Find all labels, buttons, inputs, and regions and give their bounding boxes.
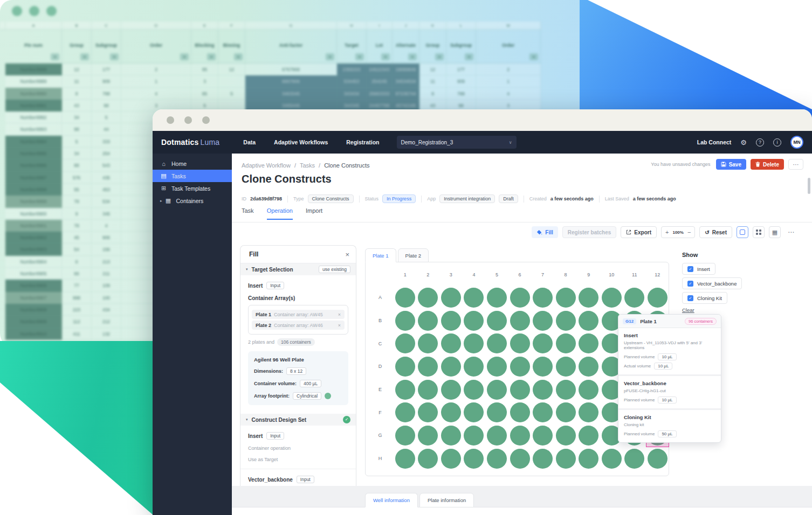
- plate-well[interactable]: [464, 333, 484, 353]
- plate-well[interactable]: [533, 333, 553, 353]
- plate-well[interactable]: [395, 426, 415, 446]
- grid-view-toggle[interactable]: [753, 226, 765, 238]
- plate-well[interactable]: [487, 426, 507, 446]
- plate-well[interactable]: [510, 426, 530, 446]
- fill-button[interactable]: Fill: [532, 226, 558, 238]
- help-icon[interactable]: ?: [756, 138, 764, 147]
- project-select[interactable]: Demo_Registration_3 ∨: [397, 136, 517, 149]
- sidebar-item-containers[interactable]: ▸ ▦ Containers: [153, 194, 232, 207]
- plate-well[interactable]: [533, 426, 553, 446]
- plate-well[interactable]: [510, 357, 530, 377]
- plate-well[interactable]: [602, 288, 622, 308]
- caret-right-icon[interactable]: ▸: [160, 199, 162, 203]
- use-existing-button[interactable]: use existing: [319, 266, 350, 273]
- plate-well[interactable]: [441, 402, 461, 422]
- plate-well[interactable]: [579, 402, 598, 422]
- tab-well-information[interactable]: Well information: [365, 493, 418, 507]
- plate-well[interactable]: [624, 449, 644, 469]
- plate-well[interactable]: [556, 311, 576, 331]
- breadcrumb-item[interactable]: Adaptive Workflow: [242, 162, 291, 169]
- plate-well[interactable]: [579, 357, 598, 377]
- plate-well[interactable]: [464, 402, 484, 422]
- remove-icon[interactable]: ×: [338, 312, 341, 317]
- table-view-toggle[interactable]: ▦: [769, 226, 781, 238]
- plate-well[interactable]: [510, 333, 530, 353]
- plate-well[interactable]: [395, 449, 415, 469]
- plate-well[interactable]: [510, 311, 530, 331]
- plate-well[interactable]: [533, 449, 553, 469]
- gear-icon[interactable]: ⚙: [740, 138, 747, 147]
- plate-well[interactable]: [579, 426, 598, 446]
- plate-well[interactable]: [556, 402, 576, 422]
- nav-link-adaptive-workflows[interactable]: Adaptive Workflows: [274, 139, 328, 145]
- plate-well[interactable]: [464, 426, 484, 446]
- single-view-toggle[interactable]: [737, 226, 748, 238]
- nav-link-data[interactable]: Data: [243, 139, 256, 145]
- avatar[interactable]: MN: [790, 136, 803, 149]
- plate-well[interactable]: [579, 311, 598, 331]
- plate-well[interactable]: [533, 357, 553, 377]
- plate-well[interactable]: [556, 288, 576, 308]
- window-button-icon[interactable]: [202, 116, 210, 124]
- plate-well[interactable]: [648, 288, 668, 308]
- plate-well[interactable]: [487, 357, 507, 377]
- plate-well[interactable]: [556, 333, 576, 353]
- plate-well[interactable]: [579, 333, 598, 353]
- zoom-in-button[interactable]: +: [665, 229, 669, 235]
- plate-well[interactable]: [510, 402, 530, 422]
- tab-operation[interactable]: Operation: [267, 207, 293, 220]
- scrollbar-thumb[interactable]: [808, 178, 810, 194]
- plate-well[interactable]: [395, 380, 415, 400]
- breadcrumb-item[interactable]: Tasks: [300, 162, 315, 169]
- tab-task[interactable]: Task: [242, 207, 254, 220]
- plate-well[interactable]: [533, 288, 553, 308]
- window-button-icon[interactable]: [184, 116, 192, 124]
- plate-well[interactable]: [533, 380, 553, 400]
- plate-well[interactable]: [441, 357, 461, 377]
- reset-button[interactable]: ↺ Reset: [699, 226, 732, 238]
- plate-well[interactable]: [395, 311, 415, 331]
- plate-well[interactable]: [418, 380, 438, 400]
- plate-well[interactable]: [579, 288, 598, 308]
- plate-well[interactable]: [441, 311, 461, 331]
- toolbar-more-button[interactable]: ⋯: [785, 226, 797, 238]
- plate-well[interactable]: [441, 426, 461, 446]
- clear-link[interactable]: Clear: [682, 307, 694, 313]
- remove-icon[interactable]: ×: [338, 323, 341, 328]
- show-option-checkbox[interactable]: ✓Cloning Kit: [682, 292, 727, 304]
- zoom-out-button[interactable]: −: [687, 229, 691, 235]
- plate-well[interactable]: [510, 288, 530, 308]
- sidebar-item-task-templates[interactable]: ⊞ Task Templates: [153, 182, 232, 194]
- construct-design-set-section[interactable]: ▾ Construct Design Set ✓: [240, 414, 356, 426]
- show-option-checkbox[interactable]: ✓Vector_backbone: [682, 277, 742, 289]
- plate-well[interactable]: [487, 333, 507, 353]
- plate-well[interactable]: [418, 449, 438, 469]
- plate-well[interactable]: [441, 333, 461, 353]
- tab-import[interactable]: Import: [306, 207, 322, 220]
- nav-link-registration[interactable]: Registration: [346, 139, 379, 145]
- plate-well[interactable]: [579, 449, 598, 469]
- plate-well[interactable]: [395, 402, 415, 422]
- sidebar-item-home[interactable]: ⌂ Home: [153, 157, 232, 170]
- plate-well[interactable]: [464, 311, 484, 331]
- plate-well[interactable]: [395, 288, 415, 308]
- plate-well[interactable]: [395, 333, 415, 353]
- plate-well[interactable]: [579, 380, 598, 400]
- plate-well[interactable]: [556, 449, 576, 469]
- plate-well[interactable]: [510, 449, 530, 469]
- lab-connect-link[interactable]: Lab Connect: [697, 139, 732, 145]
- plate-well[interactable]: [441, 449, 461, 469]
- tab-plate-2[interactable]: Plate 2: [398, 248, 429, 262]
- plate-well[interactable]: [418, 357, 438, 377]
- plate-well[interactable]: [624, 288, 644, 308]
- plate-well[interactable]: [510, 380, 530, 400]
- close-icon[interactable]: ×: [345, 250, 349, 259]
- show-option-checkbox[interactable]: ✓Insert: [682, 263, 715, 275]
- plate-well[interactable]: [556, 357, 576, 377]
- plate-well[interactable]: [418, 311, 438, 331]
- plate-well[interactable]: [556, 426, 576, 446]
- plate-well[interactable]: [418, 288, 438, 308]
- plate-well[interactable]: [418, 402, 438, 422]
- plate-well[interactable]: [533, 402, 553, 422]
- save-button[interactable]: Save: [716, 159, 746, 170]
